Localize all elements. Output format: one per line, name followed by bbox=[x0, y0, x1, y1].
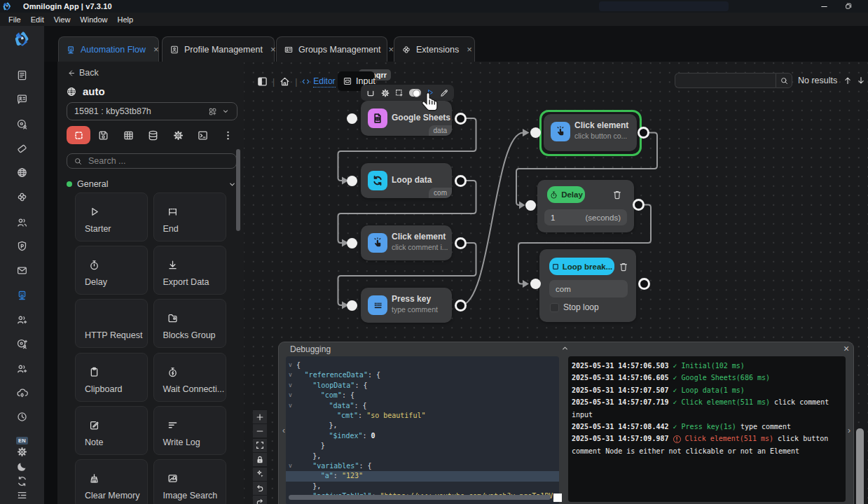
home-icon[interactable] bbox=[279, 76, 291, 88]
json-line[interactable]: v"com": { bbox=[286, 391, 559, 400]
palette-node-image-search[interactable]: Image Search bbox=[153, 459, 226, 504]
tool-database[interactable] bbox=[142, 126, 165, 144]
rail-item-tilt-card[interactable] bbox=[0, 139, 44, 158]
node-input-port[interactable] bbox=[347, 113, 357, 124]
node-toolbar-settings[interactable] bbox=[380, 88, 390, 98]
node-output-port[interactable] bbox=[455, 175, 467, 187]
json-line[interactable]: "$index": 0 bbox=[286, 431, 559, 441]
node-input-port[interactable] bbox=[347, 238, 357, 248]
rail-item-cloud-sync[interactable] bbox=[0, 384, 44, 402]
node-input-port[interactable] bbox=[530, 127, 541, 138]
node-input-port[interactable] bbox=[525, 200, 536, 211]
json-collapse-chevron-icon[interactable]: v bbox=[289, 381, 292, 391]
json-collapse-chevron-icon[interactable]: v bbox=[289, 391, 292, 400]
tab-groups-management[interactable]: Groups Management× bbox=[276, 36, 387, 62]
zoom-tool-wand[interactable] bbox=[253, 468, 267, 481]
flow-node-loop-break[interactable]: Loop break...comStop loop bbox=[539, 249, 636, 322]
zoom-tool-undo[interactable] bbox=[253, 482, 267, 495]
palette-node-write-log[interactable]: Write Log bbox=[153, 406, 226, 455]
restore-button[interactable] bbox=[840, 0, 857, 13]
rail-item-pinwheel[interactable] bbox=[0, 188, 44, 206]
zoom-tool-zoom-in[interactable] bbox=[253, 410, 267, 424]
json-collapse-chevron-icon[interactable]: v bbox=[289, 401, 292, 411]
delete-node-button[interactable] bbox=[618, 261, 629, 272]
tool-settings[interactable] bbox=[166, 126, 190, 144]
json-line[interactable]: }, bbox=[286, 451, 559, 461]
zoom-tool-fit-view[interactable] bbox=[253, 439, 267, 452]
json-collapse-chevron-icon[interactable]: v bbox=[289, 461, 292, 471]
palette-node-end[interactable]: End bbox=[153, 192, 226, 241]
flow-node-loop-data[interactable]: Loop datacom bbox=[361, 163, 452, 198]
flow-node-click-element-2[interactable]: click button co...Click element bbox=[544, 114, 637, 151]
palette-node-http-request[interactable]: HTTP Request bbox=[75, 299, 148, 348]
json-resize-grip[interactable] bbox=[553, 493, 562, 502]
collapse-chevron-icon[interactable] bbox=[560, 344, 570, 353]
node-toolbar-select-area[interactable] bbox=[394, 88, 404, 98]
palette-node-export-data[interactable]: Export Data bbox=[153, 246, 226, 295]
tab-close-icon[interactable]: × bbox=[388, 45, 394, 55]
rail-item-journal[interactable] bbox=[0, 66, 44, 84]
json-line[interactable]: v"variables": { bbox=[286, 461, 559, 471]
menu-item-help[interactable]: Help bbox=[112, 13, 138, 26]
search-next-button[interactable] bbox=[856, 76, 866, 85]
menu-item-edit[interactable]: Edit bbox=[26, 13, 49, 26]
zoom-tool-lock[interactable] bbox=[253, 453, 267, 466]
json-line[interactable]: v"loopData": { bbox=[286, 381, 559, 391]
node-output-port[interactable] bbox=[638, 127, 649, 139]
menu-item-view[interactable]: View bbox=[49, 13, 76, 26]
tool-more[interactable] bbox=[216, 126, 240, 144]
node-toolbar-frame[interactable] bbox=[366, 88, 376, 98]
json-collapse-chevron-icon[interactable]: v bbox=[289, 360, 292, 370]
section-general[interactable]: General bbox=[67, 178, 237, 190]
node-input-port[interactable] bbox=[530, 279, 541, 289]
debug-close-button[interactable]: × bbox=[841, 344, 851, 354]
json-horizontal-scrollbar[interactable] bbox=[289, 495, 551, 500]
json-line[interactable]: v"referenceData": { bbox=[286, 370, 559, 380]
minimize-button[interactable] bbox=[815, 0, 832, 13]
flow-node-click-element-1[interactable]: click comment i...Click element bbox=[361, 225, 452, 260]
canvas-scrollbar[interactable] bbox=[856, 428, 864, 504]
palette-node-clipboard[interactable]: Clipboard bbox=[75, 353, 148, 402]
debug-json-viewer[interactable]: v{v"referenceData": {v"loopData": {v"com… bbox=[286, 356, 559, 504]
json-line[interactable]: v{ bbox=[286, 360, 559, 370]
tab-extensions[interactable]: Extensions× bbox=[394, 36, 475, 62]
node-output-port[interactable] bbox=[455, 300, 467, 312]
json-line[interactable]: } bbox=[286, 441, 559, 451]
tab-close-icon[interactable]: × bbox=[467, 45, 472, 55]
breadcrumb-editor[interactable]: Editor bbox=[301, 76, 335, 88]
json-line[interactable]: v"data": { bbox=[286, 401, 559, 411]
debug-next-chevron[interactable]: › bbox=[848, 426, 850, 435]
canvas-search-button[interactable] bbox=[776, 73, 792, 88]
debug-log-output[interactable]: 2025-05-31 14:57:06.503 ✓ Initial(102 ms… bbox=[568, 356, 846, 502]
stop-loop-checkbox[interactable] bbox=[550, 303, 559, 312]
menu-item-window[interactable]: Window bbox=[75, 13, 112, 26]
node-input-port[interactable] bbox=[347, 300, 357, 311]
panel-scrollbar[interactable] bbox=[236, 149, 240, 231]
rail-item-shield[interactable] bbox=[0, 237, 44, 255]
rail-item-users-plus[interactable] bbox=[0, 359, 44, 377]
loop-break-variable-input[interactable]: com bbox=[549, 280, 628, 298]
rail-item-users[interactable] bbox=[0, 213, 44, 231]
node-input-port[interactable] bbox=[347, 176, 357, 186]
tab-profile-management[interactable]: Profile Management× bbox=[162, 36, 275, 62]
rail-item-clock[interactable] bbox=[0, 407, 44, 426]
zoom-tool-zoom-out[interactable] bbox=[253, 424, 267, 438]
json-line[interactable]: }, bbox=[286, 421, 559, 430]
json-line[interactable]: "a": "123" bbox=[286, 471, 559, 481]
tab-close-icon[interactable]: × bbox=[153, 45, 159, 55]
delete-node-button[interactable] bbox=[612, 189, 623, 200]
flow-node-delay[interactable]: Delay1(seconds) bbox=[537, 180, 634, 232]
delay-seconds-input[interactable]: 1(seconds) bbox=[544, 209, 627, 225]
palette-node-clear-memory[interactable]: Clear Memory bbox=[75, 459, 148, 504]
palette-node-wait-connecti-[interactable]: Wait Connecti... bbox=[153, 353, 226, 402]
debug-prev-chevron[interactable]: ‹ bbox=[282, 426, 285, 435]
tool-save[interactable] bbox=[92, 126, 116, 144]
palette-node-delay[interactable]: Delay bbox=[75, 246, 148, 295]
node-output-port[interactable] bbox=[638, 278, 650, 290]
canvas-search-input[interactable] bbox=[675, 73, 776, 88]
search-prev-button[interactable] bbox=[843, 76, 853, 85]
json-line[interactable]: }, bbox=[286, 482, 559, 491]
menu-item-file[interactable]: File bbox=[4, 13, 26, 26]
rail-item-menu-indent[interactable] bbox=[0, 486, 44, 504]
tool-terminal[interactable] bbox=[191, 126, 215, 144]
